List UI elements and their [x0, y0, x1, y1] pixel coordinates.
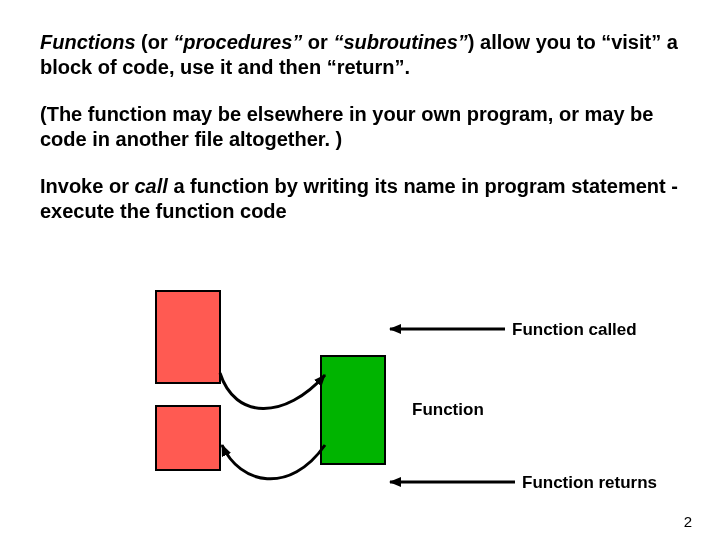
- slide-number: 2: [684, 513, 692, 530]
- paragraph-invoke: Invoke or call a function by writing its…: [40, 174, 680, 224]
- paragraph-elsewhere: (The function may be elsewhere in your o…: [40, 102, 680, 152]
- text: Invoke or: [40, 175, 134, 197]
- text: (or: [136, 31, 174, 53]
- label-function-called: Function called: [512, 320, 637, 340]
- paragraph-functions-intro: Functions (or “procedures” or “subroutin…: [40, 30, 680, 80]
- text: or: [302, 31, 333, 53]
- word-call: call: [134, 175, 167, 197]
- function-call-diagram: Function called Function Function return…: [130, 285, 690, 515]
- word-procedures: “procedures”: [173, 31, 302, 53]
- label-function-returns: Function returns: [522, 473, 657, 493]
- word-subroutines: “subroutines”: [333, 31, 467, 53]
- label-function: Function: [412, 400, 484, 420]
- word-functions: Functions: [40, 31, 136, 53]
